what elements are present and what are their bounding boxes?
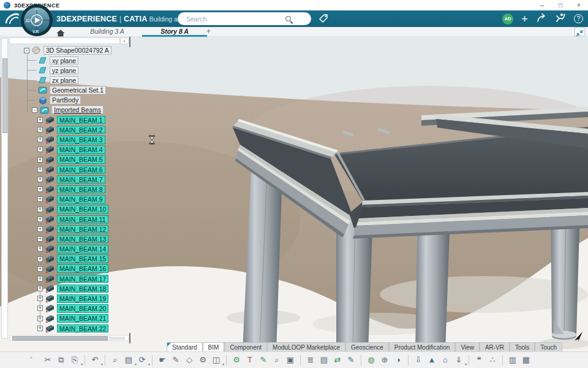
tree-item-label[interactable]: MAIN_BEAM.17 [57,275,108,283]
expander-icon[interactable]: + [37,326,43,331]
close-button[interactable]: × [570,1,588,10]
expander-icon[interactable]: + [37,207,43,212]
cut-icon[interactable]: ✂ [42,353,54,367]
tree-item-beam[interactable]: + MAIN_BEAM.16 [0,264,147,274]
tree-item-beam[interactable]: + MAIN_BEAM.18 [0,284,147,294]
tree-item-beam[interactable]: + MAIN_BEAM.15 [0,254,147,264]
3ds-logo-icon[interactable] [4,12,20,28]
share-icon[interactable] [536,13,547,25]
3ds-assistant-icon[interactable] [555,12,566,25]
iso-view-icon[interactable]: ▣ [284,353,296,367]
tree-item-beam[interactable]: + MAIN_BEAM.10 [0,204,147,214]
minimize-button[interactable]: – [533,1,551,10]
globe-wireframe-icon[interactable]: ⊕ [379,353,391,367]
workbench-tab[interactable]: Component [224,342,267,352]
tree-item-root[interactable]: - 3D Shape00024792 A [0,45,147,55]
report-clipboard-icon[interactable]: ▤ [318,353,330,367]
power-search-icon[interactable]: ⌕ [109,353,121,367]
expander-icon[interactable]: + [37,316,43,321]
tree-item-label[interactable]: MAIN_BEAM.9 [57,195,105,204]
expander-icon[interactable]: - [24,48,29,53]
swap-structure-icon[interactable]: ⇄ [331,353,344,367]
workbench-tab[interactable]: Standard [167,342,203,352]
tree-item-yz-plane[interactable]: yz plane [0,65,147,75]
tree-item-label[interactable]: 3D Shape00024792 A [43,46,111,55]
tag-settings-icon[interactable]: ⚙ [197,353,209,367]
paste-icon[interactable]: ⎘ [69,353,81,367]
workbench-tab[interactable]: Touch [535,342,562,352]
add-content-button[interactable]: + [521,13,528,25]
tree-item-label[interactable]: MAIN_BEAM.12 [57,225,108,234]
toolbar-expand-button[interactable]: ˇ [27,356,36,364]
expander-icon[interactable]: + [37,196,43,202]
expander-icon[interactable]: + [37,276,43,282]
search-bar[interactable] [178,12,311,25]
insert-existing-icon[interactable]: ◫ [210,353,222,367]
tag-edit-icon[interactable]: ✎ [170,353,182,367]
tree-item-beam[interactable]: + MAIN_BEAM.21 [0,313,147,323]
tree-item-label[interactable]: MAIN_BEAM.3 [57,136,105,144]
new-tab-button[interactable]: + [206,27,211,36]
expander-icon[interactable]: + [37,217,43,222]
tree-item-beam[interactable]: + MAIN_BEAM.1 [0,115,147,125]
workbench-tab[interactable]: ModuLOOP Marketplace [267,342,345,352]
tree-item-label[interactable]: MAIN_BEAM.8 [57,185,105,194]
tree-item-label[interactable]: MAIN_BEAM.7 [57,175,105,184]
tree-item-zx-plane[interactable]: zx plane [0,75,147,85]
tree-item-label[interactable]: MAIN_BEAM.18 [57,285,108,293]
tree-item-label[interactable]: Geometrical Set.1 [50,86,106,94]
tree-item-label[interactable]: MAIN_BEAM.2 [57,126,105,134]
expander-icon[interactable]: + [37,296,43,301]
globe-dark-icon[interactable]: ◑ [392,353,404,367]
tree-panel-resize-handle[interactable] [129,37,130,47]
expander-icon[interactable]: + [37,177,43,182]
workbench-tab[interactable]: BIM [203,342,225,352]
home-icon[interactable] [56,28,65,39]
tree-item-beam[interactable]: + MAIN_BEAM.20 [0,304,147,313]
tree-item-label[interactable]: MAIN_BEAM.21 [57,314,108,323]
workbench-tab[interactable]: Tools [510,342,535,352]
tree-item-label[interactable]: MAIN_BEAM.15 [57,255,108,263]
scroll-left-button[interactable]: ‹ [120,37,129,44]
tree-item-beam[interactable]: + MAIN_BEAM.5 [0,155,147,164]
tree-bottom-scrollbar-thumb[interactable] [12,336,108,340]
expander-icon[interactable]: + [37,286,43,291]
tree-item-label[interactable]: yz plane [50,66,78,75]
tree-item-beam[interactable]: + MAIN_BEAM.11 [0,214,147,224]
tree-item-label[interactable]: MAIN_BEAM.10 [57,205,108,213]
3d-compass[interactable]: 3D V.R [20,4,53,37]
tree-item-beam[interactable]: + MAIN_BEAM.19 [0,294,147,304]
tag-icon[interactable]: ◇ [183,353,195,367]
paint-part-icon[interactable]: ✎ [257,353,270,367]
tree-item-xy-plane[interactable]: xy plane [0,55,147,65]
sketch-cube-icon[interactable]: ✎ [345,353,357,367]
tree-item-partbody[interactable]: PartBody [0,95,147,105]
tree-item-label[interactable]: MAIN_BEAM.13 [57,235,108,243]
workbench-tab[interactable]: AR-VR [480,342,510,352]
tree-item-label[interactable]: MAIN_BEAM.22 [57,324,108,333]
tree-item-beam[interactable]: + MAIN_BEAM.17 [0,274,147,283]
copy-icon[interactable]: ⧉ [55,353,67,367]
expander-icon[interactable]: + [37,157,43,163]
tree-item-label[interactable]: MAIN_BEAM.6 [57,166,105,174]
tree-item-imported-beams[interactable]: - Imported Beams [0,105,147,115]
workbench-tab[interactable]: Geoscience [345,342,389,352]
tree-item-label[interactable]: MAIN_BEAM.14 [57,245,108,253]
report-table-icon[interactable]: ▥ [507,353,519,367]
globe-textured-icon[interactable]: ◍ [365,353,377,367]
tree-item-beam[interactable]: + MAIN_BEAM.7 [0,174,147,184]
tree-item-label[interactable]: MAIN_BEAM.4 [57,145,105,154]
annotation-text-icon[interactable]: T [244,353,256,367]
manipulation-icon[interactable]: ☛ [156,353,168,367]
terrain-import-icon[interactable]: ▲ [426,353,438,367]
expander-icon[interactable]: + [37,236,43,242]
expander-icon[interactable]: + [37,147,43,152]
help-icon[interactable]: ? [574,14,583,23]
tree-item-label[interactable]: MAIN_BEAM.20 [57,304,108,313]
expander-icon[interactable]: + [37,266,43,272]
tree-item-beam[interactable]: + MAIN_BEAM.13 [0,234,147,244]
tree-item-label[interactable]: MAIN_BEAM.19 [57,294,108,303]
tree-item-geometrical-set[interactable]: Geometrical Set.1 [0,85,147,95]
tree-item-label[interactable]: MAIN_BEAM.1 [57,116,105,125]
search-icon[interactable] [285,16,291,21]
